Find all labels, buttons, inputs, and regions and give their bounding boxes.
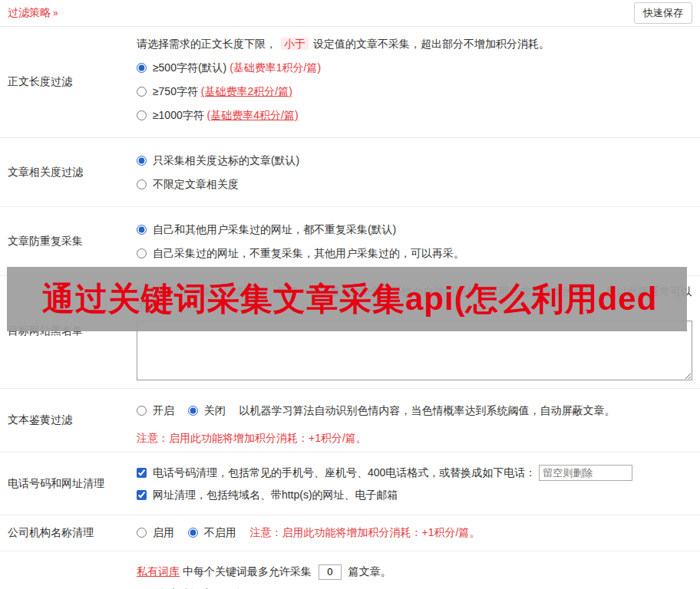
porn-option-label: 开启 <box>153 404 174 416</box>
porn-option-off[interactable]: 关闭 <box>188 402 226 419</box>
porn-radio-off[interactable] <box>188 406 198 416</box>
phone-clean-line: 电话号码清理，包括常见的手机号、座机号、400电话格式，或替换成如下电话： <box>137 464 692 481</box>
row-content-phone-url: 电话号码清理，包括常见的手机号、座机号、400电话格式，或替换成如下电话： 网址… <box>137 452 700 515</box>
length-option-note: (基础费率4积分/篇) <box>207 109 299 121</box>
length-option-label: ≥750字符 <box>153 85 198 97</box>
company-option-on[interactable]: 启用 <box>137 526 174 540</box>
row-label-keyword: 关键词防重复采集 <box>0 551 137 589</box>
private-lexicon-link[interactable]: 私有词库 <box>137 565 180 577</box>
row-content-text-length: 请选择需求的正文长度下限，小于设定值的文章不采集，超出部分不增加积分消耗。 ≥5… <box>137 27 700 137</box>
phone-replace-input[interactable] <box>539 465 632 481</box>
relevance-option-label: 不限定文章相关度 <box>153 178 239 190</box>
url-clean-label: 网址清理，包括纯域名、带http(s)的网址、电子邮箱 <box>153 489 398 501</box>
keyword-note-zero: 如果留空或设为0，则不限篇数。 <box>137 585 692 589</box>
intro-before: 请选择需求的正文长度下限， <box>137 38 276 50</box>
intro-highlight: 小于 <box>281 38 309 50</box>
row-label-dedup: 文章防重复采集 <box>0 207 137 275</box>
row-porn-filter: 文本鉴黄过滤 开启 关闭 以机器学习算法自动识别色情内容，当色情概率达到系统阈值… <box>0 389 700 452</box>
dedup-radio-global[interactable] <box>137 225 147 235</box>
phone-clean-option[interactable]: 电话号码清理，包括常见的手机号、座机号、400电话格式，或替换成如下电话： <box>137 466 539 479</box>
text-length-intro: 请选择需求的正文长度下限，小于设定值的文章不采集，超出部分不增加积分消耗。 <box>137 36 692 51</box>
relevance-option-strict[interactable]: 只采集相关度达标的文章(默认) <box>137 153 692 168</box>
row-content-company: 启用 不启用 注意：启用此功能将增加积分消耗：+1积分/篇。 <box>137 515 700 551</box>
page-title-text: 过滤策略 <box>8 6 51 18</box>
row-text-length-filter: 正文长度过滤 请选择需求的正文长度下限，小于设定值的文章不采集，超出部分不增加积… <box>0 27 700 138</box>
length-option-500[interactable]: ≥500字符(默认) (基础费率1积分/篇) <box>137 60 692 75</box>
company-option-label: 不启用 <box>204 526 236 538</box>
page-title[interactable]: 过滤策略» <box>8 6 58 20</box>
phone-clean-label: 电话号码清理，包括常见的手机号、座机号、400电话格式，或替换成如下电话： <box>153 466 536 479</box>
porn-options-line: 开启 关闭 以机器学习算法自动识别色情内容，当色情概率达到系统阈值，自动屏蔽文章… <box>137 400 692 420</box>
company-warning: 注意：启用此功能将增加积分消耗：+1积分/篇。 <box>250 526 480 538</box>
topbar: 过滤策略» 快速保存 <box>0 0 700 27</box>
row-content-dedup: 自己和其他用户采集过的网址，都不重复采集(默认) 自己采集过的网址，不重复采集，… <box>137 207 700 275</box>
dedup-option-self[interactable]: 自己采集过的网址，不重复采集，其他用户采集过的，可以再采。 <box>137 245 692 261</box>
length-option-note: (基础费率2积分/篇) <box>201 85 292 97</box>
length-radio-750[interactable] <box>137 87 147 97</box>
row-company-clean: 公司机构名称清理 启用 不启用 注意：启用此功能将增加积分消耗：+1积分/篇。 <box>0 515 700 551</box>
keyword-limit-line: 私有词库 中每个关键词最多允许采集 篇文章。 <box>137 563 692 580</box>
row-phone-url-clean: 电话号码和网址清理 电话号码清理，包括常见的手机号、座机号、400电话格式，或替… <box>0 452 700 515</box>
phone-clean-checkbox[interactable] <box>137 468 147 478</box>
length-radio-1000[interactable] <box>137 110 147 120</box>
dedup-option-label: 自己和其他用户采集过的网址，都不重复采集(默认) <box>153 223 396 235</box>
company-option-label: 启用 <box>153 526 174 538</box>
company-option-off[interactable]: 不启用 <box>188 526 236 540</box>
filter-settings-page: 过滤策略» 快速保存 正文长度过滤 请选择需求的正文长度下限，小于设定值的文章不… <box>0 0 700 589</box>
keyword-limit-text: 中每个关键词最多允许采集 <box>183 565 312 577</box>
porn-radio-on[interactable] <box>137 406 147 416</box>
length-option-750[interactable]: ≥750字符 (基础费率2积分/篇) <box>137 84 692 99</box>
dedup-radio-self[interactable] <box>137 248 147 258</box>
row-keyword-dedup: 关键词防重复采集 私有词库 中每个关键词最多允许采集 篇文章。 如果留空或设为0… <box>0 551 700 589</box>
chevron-double-icon: » <box>53 8 58 18</box>
row-label-porn: 文本鉴黄过滤 <box>0 389 137 452</box>
row-dedup-collection: 文章防重复采集 自己和其他用户采集过的网址，都不重复采集(默认) 自己采集过的网… <box>0 207 700 276</box>
url-clean-line: 网址清理，包括纯域名、带http(s)的网址、电子邮箱 <box>137 486 692 503</box>
relevance-radio-strict[interactable] <box>137 156 147 166</box>
dedup-option-global[interactable]: 自己和其他用户采集过的网址，都不重复采集(默认) <box>137 222 692 237</box>
relevance-option-any[interactable]: 不限定文章相关度 <box>137 176 692 192</box>
porn-option-on[interactable]: 开启 <box>137 402 174 419</box>
watermark-overlay: 通过关键词采集文章采集api(怎么利用ded <box>7 267 687 331</box>
row-relevance-filter: 文章相关度过滤 只采集相关度达标的文章(默认) 不限定文章相关度 <box>0 138 700 207</box>
row-label-relevance: 文章相关度过滤 <box>0 138 137 206</box>
keyword-limit-suffix: 篇文章。 <box>348 565 391 577</box>
row-label-phone-url: 电话号码和网址清理 <box>0 452 137 515</box>
row-content-relevance: 只采集相关度达标的文章(默认) 不限定文章相关度 <box>137 138 700 206</box>
length-option-note: (基础费率1积分/篇) <box>229 61 321 74</box>
url-clean-option[interactable]: 网址清理，包括纯域名、带http(s)的网址、电子邮箱 <box>137 489 398 501</box>
porn-warning: 注意：启用此功能将增加积分消耗：+1积分/篇。 <box>137 430 692 446</box>
url-clean-checkbox[interactable] <box>137 490 147 500</box>
dedup-option-label: 自己采集过的网址，不重复采集，其他用户采集过的，可以再采。 <box>153 247 464 259</box>
company-radio-off[interactable] <box>188 528 198 538</box>
row-content-keyword: 私有词库 中每个关键词最多允许采集 篇文章。 如果留空或设为0，则不限篇数。 如… <box>137 551 700 589</box>
quick-save-button[interactable]: 快速保存 <box>634 2 692 24</box>
porn-option-label: 关闭 <box>204 404 226 416</box>
watermark-text: 通过关键词采集文章采集api(怎么利用ded <box>7 278 657 321</box>
intro-after: 设定值的文章不采集，超出部分不增加积分消耗。 <box>313 38 550 50</box>
company-radio-on[interactable] <box>137 528 147 538</box>
row-content-porn: 开启 关闭 以机器学习算法自动识别色情内容，当色情概率达到系统阈值，自动屏蔽文章… <box>137 389 700 452</box>
length-option-1000[interactable]: ≥1000字符 (基础费率4积分/篇) <box>137 107 692 123</box>
length-radio-500[interactable] <box>137 63 147 73</box>
row-label-company: 公司机构名称清理 <box>0 515 137 551</box>
relevance-radio-any[interactable] <box>137 179 147 189</box>
length-option-label: ≥500字符(默认) <box>153 61 226 74</box>
length-option-label: ≥1000字符 <box>153 109 204 121</box>
porn-desc: 以机器学习算法自动识别色情内容，当色情概率达到系统阈值，自动屏蔽文章。 <box>239 404 616 416</box>
keyword-limit-input[interactable] <box>319 564 342 580</box>
row-label-text-length: 正文长度过滤 <box>0 27 137 137</box>
relevance-option-label: 只采集相关度达标的文章(默认) <box>153 154 299 166</box>
